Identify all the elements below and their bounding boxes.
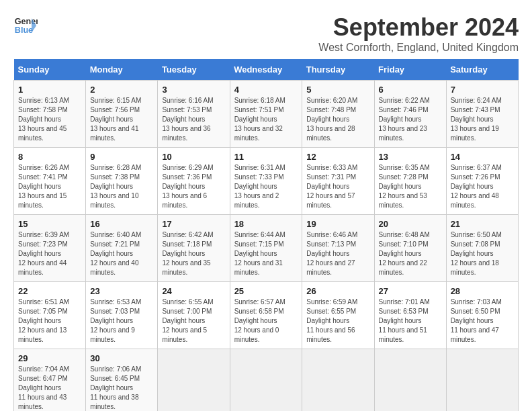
- subtitle: West Cornforth, England, United Kingdom: [318, 42, 519, 54]
- day-number: 22: [18, 286, 81, 296]
- day-number: 16: [90, 219, 153, 229]
- day-number: 13: [379, 152, 442, 162]
- svg-text:Blue: Blue: [15, 26, 33, 35]
- day-number: 3: [162, 85, 225, 95]
- table-row: 15 Sunrise: 6:39 AMSunset: 7:23 PMDaylig…: [14, 215, 519, 282]
- table-cell: 2 Sunrise: 6:15 AMSunset: 7:56 PMDayligh…: [86, 81, 158, 148]
- day-number: 28: [451, 286, 514, 296]
- table-cell: 28 Sunrise: 7:03 AMSunset: 6:50 PMDaylig…: [446, 282, 518, 349]
- table-cell: 30 Sunrise: 7:06 AMSunset: 6:45 PMDaylig…: [86, 349, 158, 412]
- table-cell: 12 Sunrise: 6:33 AMSunset: 7:31 PMDaylig…: [302, 148, 374, 215]
- table-cell: 1 Sunrise: 6:13 AMSunset: 7:58 PMDayligh…: [14, 81, 86, 148]
- table-cell: 3 Sunrise: 6:16 AMSunset: 7:53 PMDayligh…: [158, 81, 230, 148]
- day-info: Sunrise: 6:39 AMSunset: 7:23 PMDaylight …: [18, 231, 69, 276]
- table-cell: 23 Sunrise: 6:53 AMSunset: 7:03 PMDaylig…: [86, 282, 158, 349]
- day-number: 2: [90, 85, 153, 95]
- day-info: Sunrise: 6:18 AMSunset: 7:51 PMDaylight …: [234, 97, 285, 142]
- header-tuesday: Tuesday: [158, 59, 230, 81]
- header-thursday: Thursday: [302, 59, 374, 81]
- day-number: 20: [379, 219, 442, 229]
- day-info: Sunrise: 6:59 AMSunset: 6:55 PMDaylight …: [306, 298, 357, 343]
- day-info: Sunrise: 6:15 AMSunset: 7:56 PMDaylight …: [90, 97, 141, 142]
- day-info: Sunrise: 6:20 AMSunset: 7:48 PMDaylight …: [306, 97, 357, 142]
- day-info: Sunrise: 6:13 AMSunset: 7:58 PMDaylight …: [18, 97, 69, 142]
- calendar-table: Sunday Monday Tuesday Wednesday Thursday…: [13, 59, 519, 411]
- table-cell: 13 Sunrise: 6:35 AMSunset: 7:28 PMDaylig…: [374, 148, 446, 215]
- table-cell: 19 Sunrise: 6:46 AMSunset: 7:13 PMDaylig…: [302, 215, 374, 282]
- day-number: 18: [234, 219, 298, 229]
- table-cell: 22 Sunrise: 6:51 AMSunset: 7:05 PMDaylig…: [14, 282, 86, 349]
- table-cell: 25 Sunrise: 6:57 AMSunset: 6:58 PMDaylig…: [230, 282, 302, 349]
- day-info: Sunrise: 6:24 AMSunset: 7:43 PMDaylight …: [451, 97, 502, 142]
- table-cell: 10 Sunrise: 6:29 AMSunset: 7:36 PMDaylig…: [158, 148, 230, 215]
- table-cell: 20 Sunrise: 6:48 AMSunset: 7:10 PMDaylig…: [374, 215, 446, 282]
- day-number: 9: [90, 152, 153, 162]
- day-number: 5: [306, 85, 369, 95]
- day-info: Sunrise: 6:31 AMSunset: 7:33 PMDaylight …: [234, 164, 285, 209]
- table-cell: [374, 349, 446, 412]
- table-cell: 8 Sunrise: 6:26 AMSunset: 7:41 PMDayligh…: [14, 148, 86, 215]
- day-number: 11: [234, 152, 298, 162]
- day-info: Sunrise: 6:53 AMSunset: 7:03 PMDaylight …: [90, 298, 141, 343]
- table-cell: 26 Sunrise: 6:59 AMSunset: 6:55 PMDaylig…: [302, 282, 374, 349]
- day-info: Sunrise: 6:28 AMSunset: 7:38 PMDaylight …: [90, 164, 141, 209]
- day-info: Sunrise: 6:35 AMSunset: 7:28 PMDaylight …: [379, 164, 430, 209]
- table-cell: 21 Sunrise: 6:50 AMSunset: 7:08 PMDaylig…: [446, 215, 518, 282]
- day-info: Sunrise: 6:40 AMSunset: 7:21 PMDaylight …: [90, 231, 141, 276]
- day-info: Sunrise: 7:01 AMSunset: 6:53 PMDaylight …: [379, 298, 430, 343]
- day-number: 21: [451, 219, 514, 229]
- day-number: 7: [451, 85, 514, 95]
- table-cell: 18 Sunrise: 6:44 AMSunset: 7:15 PMDaylig…: [230, 215, 302, 282]
- header-monday: Monday: [86, 59, 158, 81]
- day-info: Sunrise: 6:16 AMSunset: 7:53 PMDaylight …: [162, 97, 213, 142]
- day-info: Sunrise: 6:48 AMSunset: 7:10 PMDaylight …: [379, 231, 430, 276]
- day-info: Sunrise: 7:03 AMSunset: 6:50 PMDaylight …: [451, 298, 502, 343]
- day-number: 4: [234, 85, 298, 95]
- table-cell: [302, 349, 374, 412]
- table-row: 29 Sunrise: 7:04 AMSunset: 6:47 PMDaylig…: [14, 349, 519, 412]
- day-number: 15: [18, 219, 81, 229]
- day-number: 25: [234, 286, 298, 296]
- day-number: 27: [379, 286, 442, 296]
- title-area: September 2024 West Cornforth, England, …: [318, 13, 519, 54]
- day-info: Sunrise: 7:06 AMSunset: 6:45 PMDaylight …: [90, 365, 141, 410]
- logo-icon: General Blue: [13, 13, 38, 38]
- day-info: Sunrise: 6:22 AMSunset: 7:46 PMDaylight …: [379, 97, 430, 142]
- day-info: Sunrise: 6:26 AMSunset: 7:41 PMDaylight …: [18, 164, 69, 209]
- day-info: Sunrise: 6:50 AMSunset: 7:08 PMDaylight …: [451, 231, 502, 276]
- table-cell: 17 Sunrise: 6:42 AMSunset: 7:18 PMDaylig…: [158, 215, 230, 282]
- table-cell: 6 Sunrise: 6:22 AMSunset: 7:46 PMDayligh…: [374, 81, 446, 148]
- day-info: Sunrise: 6:44 AMSunset: 7:15 PMDaylight …: [234, 231, 285, 276]
- month-title: September 2024: [318, 13, 519, 42]
- day-number: 12: [306, 152, 369, 162]
- day-info: Sunrise: 6:42 AMSunset: 7:18 PMDaylight …: [162, 231, 213, 276]
- header-saturday: Saturday: [446, 59, 518, 81]
- page-header: General Blue September 2024 West Cornfor…: [13, 13, 519, 54]
- day-number: 1: [18, 85, 81, 95]
- day-number: 14: [451, 152, 514, 162]
- table-cell: 9 Sunrise: 6:28 AMSunset: 7:38 PMDayligh…: [86, 148, 158, 215]
- table-cell: [158, 349, 230, 412]
- logo: General Blue: [13, 13, 38, 38]
- table-cell: 15 Sunrise: 6:39 AMSunset: 7:23 PMDaylig…: [14, 215, 86, 282]
- table-cell: [230, 349, 302, 412]
- table-cell: [446, 349, 518, 412]
- day-info: Sunrise: 7:04 AMSunset: 6:47 PMDaylight …: [18, 365, 69, 410]
- table-row: 1 Sunrise: 6:13 AMSunset: 7:58 PMDayligh…: [14, 81, 519, 148]
- header-sunday: Sunday: [14, 59, 86, 81]
- header-wednesday: Wednesday: [230, 59, 302, 81]
- table-cell: 27 Sunrise: 7:01 AMSunset: 6:53 PMDaylig…: [374, 282, 446, 349]
- table-cell: 5 Sunrise: 6:20 AMSunset: 7:48 PMDayligh…: [302, 81, 374, 148]
- day-number: 19: [306, 219, 369, 229]
- table-cell: 4 Sunrise: 6:18 AMSunset: 7:51 PMDayligh…: [230, 81, 302, 148]
- day-number: 6: [379, 85, 442, 95]
- day-number: 10: [162, 152, 225, 162]
- table-cell: 7 Sunrise: 6:24 AMSunset: 7:43 PMDayligh…: [446, 81, 518, 148]
- day-info: Sunrise: 6:29 AMSunset: 7:36 PMDaylight …: [162, 164, 213, 209]
- day-info: Sunrise: 6:33 AMSunset: 7:31 PMDaylight …: [306, 164, 357, 209]
- table-cell: 29 Sunrise: 7:04 AMSunset: 6:47 PMDaylig…: [14, 349, 86, 412]
- day-number: 24: [162, 286, 225, 296]
- day-number: 8: [18, 152, 81, 162]
- table-cell: 24 Sunrise: 6:55 AMSunset: 7:00 PMDaylig…: [158, 282, 230, 349]
- table-row: 8 Sunrise: 6:26 AMSunset: 7:41 PMDayligh…: [14, 148, 519, 215]
